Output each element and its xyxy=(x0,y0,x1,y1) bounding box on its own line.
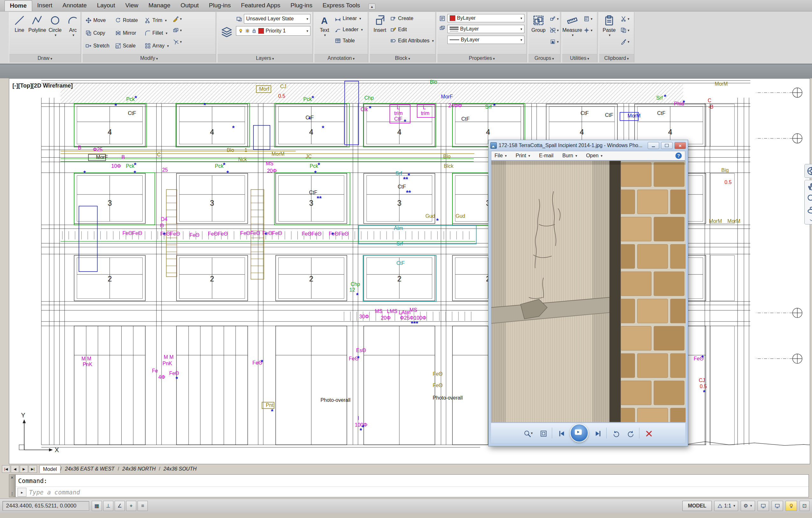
quick-calc-button[interactable]: ▾ xyxy=(583,14,593,24)
panel-title-draw[interactable]: Draw▾ xyxy=(9,54,81,62)
next-button[interactable] xyxy=(592,428,603,438)
help-icon[interactable]: ? xyxy=(675,152,682,159)
layer-properties-button[interactable] xyxy=(220,14,234,49)
annotation-scale-button[interactable]: 1:1▾ xyxy=(714,501,738,511)
layout-nav-0[interactable]: |◀ xyxy=(2,465,10,473)
explode-button[interactable]: ▾ xyxy=(172,37,182,47)
zoom-icon[interactable] xyxy=(807,194,812,203)
menu-e-mail[interactable]: E-mail xyxy=(539,153,553,159)
polyline-button[interactable]: Polyline xyxy=(29,14,46,38)
steering-wheel-button[interactable] xyxy=(804,164,812,178)
layer-state-dropdown[interactable]: Unsaved Layer State▾ xyxy=(244,14,311,24)
insert-button[interactable]: Insert xyxy=(372,14,388,34)
menu-file[interactable]: File▾ xyxy=(495,153,506,159)
zoom-button[interactable]: ▾ xyxy=(523,428,534,438)
rotate-ccw-button[interactable] xyxy=(610,428,621,438)
delete-button[interactable] xyxy=(643,428,654,438)
ribbon-tab-insert[interactable]: Insert xyxy=(32,0,58,11)
linetype-dropdown[interactable]: ByLayer▾ xyxy=(447,36,524,44)
trim-button[interactable]: Trim▾ xyxy=(144,17,170,24)
ribbon-tab-featured-apps[interactable]: Featured Apps xyxy=(236,0,286,11)
group-edit-button[interactable]: ▾ xyxy=(549,14,559,24)
copy-clip-button[interactable]: ▾ xyxy=(620,26,630,35)
object-snap-toggle[interactable]: ⌖ xyxy=(126,501,136,511)
layer-dropdown[interactable]: Priority 1▾ xyxy=(236,26,311,36)
measure-button[interactable]: Measure▾ xyxy=(564,14,580,38)
edit-attributes-button[interactable]: Edit Attributes▾ xyxy=(390,36,434,45)
panel-title-clipboard[interactable]: Clipboard▾ xyxy=(599,54,634,62)
ungroup-button[interactable]: ▾ xyxy=(549,26,559,35)
ribbon-tab-express-tools[interactable]: Express Tools xyxy=(317,0,365,11)
menu-burn[interactable]: Burn▾ xyxy=(562,153,577,159)
panel-title-annotation[interactable]: Annotation▾ xyxy=(314,54,368,62)
menu-print[interactable]: Print▾ xyxy=(516,153,530,159)
panel-title-groups[interactable]: Groups▾ xyxy=(528,54,560,62)
minimize-button[interactable] xyxy=(648,142,659,149)
linear-button[interactable]: Linear▾ xyxy=(335,14,363,23)
panel-title-modify[interactable]: Modify▾ xyxy=(83,54,215,62)
command-input[interactable]: Type a command xyxy=(29,489,80,496)
slideshow-button[interactable] xyxy=(570,424,588,442)
command-input-row[interactable]: ▸ Type a command xyxy=(16,487,809,498)
ribbon-tab-plug-ins[interactable]: Plug-ins xyxy=(204,0,236,11)
grid-display-toggle[interactable]: ▦ xyxy=(92,501,102,511)
orbit-icon[interactable] xyxy=(807,206,812,215)
stretch-button[interactable]: Stretch xyxy=(84,42,111,50)
command-close-icon[interactable]: × xyxy=(11,475,14,480)
match-props-clip-button[interactable]: ▾ xyxy=(620,37,630,47)
model-space-button[interactable]: MODEL xyxy=(683,501,712,511)
layout-tab-24x36-north[interactable]: 24x36 NORTH xyxy=(119,465,159,473)
text-button[interactable]: AText▾ xyxy=(316,14,333,38)
maximize-button[interactable] xyxy=(661,142,672,149)
leader-button[interactable]: Leader▾ xyxy=(335,25,363,34)
drawing-viewport[interactable]: [-][Top][2D Wireframe] 43243243243243243… xyxy=(9,78,810,464)
ribbon-tab-home[interactable]: Home xyxy=(4,0,32,11)
menu-open[interactable]: Open▾ xyxy=(586,153,603,159)
workspace-gear-button[interactable]: ⚙▾ xyxy=(741,501,755,511)
panel-title-utilities[interactable]: Utilities▾ xyxy=(562,54,597,62)
close-button[interactable]: × xyxy=(674,142,686,149)
line-button[interactable]: Line xyxy=(11,14,28,38)
ribbon-tab-manage[interactable]: Manage xyxy=(143,0,175,11)
annotation-visibility-button[interactable] xyxy=(786,501,797,511)
id-point-button[interactable]: ▾ xyxy=(583,26,593,35)
copy-button[interactable]: Copy xyxy=(84,29,111,37)
layout-nav-2[interactable]: ▶ xyxy=(20,465,28,473)
layout-nav-1[interactable]: ◀ xyxy=(11,465,19,473)
command-grip-icon[interactable]: ⁝ xyxy=(11,492,13,496)
cut-button[interactable]: ▾ xyxy=(620,14,630,24)
command-options-icon[interactable]: ▸ xyxy=(18,488,26,497)
circle-button[interactable]: Circle▾ xyxy=(47,14,63,38)
layout-tab-model[interactable]: Model xyxy=(39,465,60,473)
ribbon-minimize-icon[interactable]: ▴ xyxy=(369,3,376,9)
paste-button[interactable]: Paste▾ xyxy=(601,14,617,38)
edit-button[interactable]: Edit xyxy=(390,25,434,34)
command-box[interactable]: Command: ▸ Type a command xyxy=(15,474,809,497)
layout-tab-24x36-south[interactable]: 24x36 SOUTH xyxy=(160,465,200,473)
ribbon-tab-output[interactable]: Output xyxy=(175,0,204,11)
ribbon-tab-plug-ins[interactable]: Plug-ins xyxy=(285,0,317,11)
object-color-dropdown[interactable]: ByLayer▾ xyxy=(447,14,524,22)
ribbon-tab-annotate[interactable]: Annotate xyxy=(57,0,92,11)
rotate-cw-button[interactable] xyxy=(625,428,636,438)
match-properties-button[interactable]: ▾ xyxy=(172,14,182,24)
group-button[interactable]: Group xyxy=(530,14,547,34)
panel-title-layers[interactable]: Layers▾ xyxy=(218,54,312,62)
panel-title-block[interactable]: Block▾ xyxy=(370,54,435,62)
lineweight-toggle[interactable]: ≡ xyxy=(138,501,148,511)
layout-nav-3[interactable]: ▶| xyxy=(29,465,37,473)
create-button[interactable]: Create xyxy=(390,14,434,23)
ortho-toggle[interactable]: ⊥ xyxy=(103,501,113,511)
layout-tab-24x36-east-west[interactable]: 24x36 EAST & WEST xyxy=(62,465,118,473)
photo-viewer-titlebar[interactable]: 172-158 TerraCotta_Spall Incipient 2014-… xyxy=(489,140,688,151)
hardware-accel-button[interactable] xyxy=(772,501,783,511)
actual-size-button[interactable] xyxy=(537,428,549,438)
pan-icon[interactable] xyxy=(807,181,812,191)
scale-button[interactable]: Scale xyxy=(114,42,140,50)
viewport-maximize-button[interactable] xyxy=(758,501,769,511)
array-button[interactable]: Array▾ xyxy=(144,42,170,50)
ribbon-tab-layout[interactable]: Layout xyxy=(92,0,120,11)
mirror-button[interactable]: Mirror xyxy=(114,29,140,37)
previous-button[interactable] xyxy=(555,428,567,438)
fillet-button[interactable]: Fillet▾ xyxy=(144,29,170,37)
